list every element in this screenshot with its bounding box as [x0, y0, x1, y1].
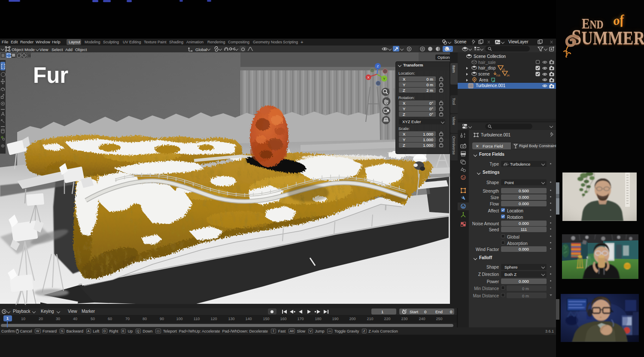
svg-text:X: X	[367, 76, 370, 79]
svg-text:Y: Y	[383, 77, 386, 81]
svg-text:Z: Z	[377, 64, 379, 68]
svg-text:715: 715	[496, 74, 501, 77]
svg-text:2K: 2K	[507, 74, 510, 77]
